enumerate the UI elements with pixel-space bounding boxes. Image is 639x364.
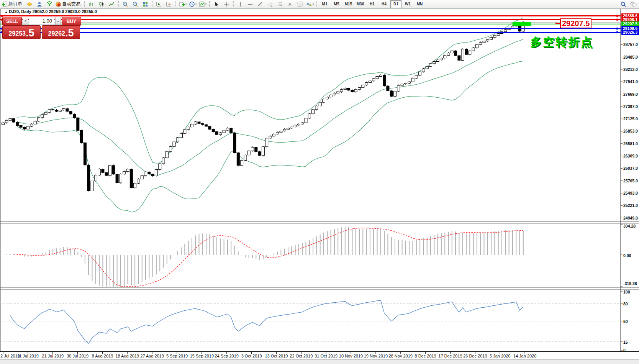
y-axis-label: 27397.0 xyxy=(623,104,638,109)
price-callout: 29207.5 xyxy=(555,18,591,28)
rsi-scale-label: 15 xyxy=(623,340,628,344)
x-axis-date-label: 5 Jan 2020 xyxy=(490,354,510,358)
x-axis-date-label: 19 Nov 2019 xyxy=(364,354,388,358)
y-axis-label: 25221.0 xyxy=(623,203,638,208)
status-strip xyxy=(0,359,639,364)
y-axis-label: 28485.0 xyxy=(623,55,638,59)
y-axis-label: 28213.0 xyxy=(623,67,638,72)
y-axis-label: 26309.0 xyxy=(623,154,638,158)
rsi-scale-label: 0 xyxy=(623,348,626,353)
x-axis-date-label: 8 Dec 2019 xyxy=(415,354,436,358)
chart-title-text: DJ30, Daily 29052.0 29259.0 29030.0 2925… xyxy=(9,9,97,14)
macd-scale-label: 304.28 xyxy=(623,224,636,228)
x-axis-date-label: 14 Jan 2020 xyxy=(513,354,537,358)
buy-price-dec: .5 xyxy=(65,28,74,38)
y-axis-label: 28757.0 xyxy=(623,42,638,47)
y-axis-label: 24949.0 xyxy=(623,216,638,220)
callout-arm-icon xyxy=(557,23,560,24)
x-axis-date-label: 21 Jul 2019 xyxy=(42,354,64,358)
price-line-label: 29026.3 xyxy=(621,30,639,35)
x-axis-date-label: 22 Oct 2019 xyxy=(290,354,313,358)
volume-input[interactable] xyxy=(29,17,54,25)
y-axis-label: 26853.0 xyxy=(623,129,638,133)
volume-increase-button[interactable]: ▲ xyxy=(55,17,61,25)
x-axis-date-label: 10 Nov 2019 xyxy=(339,354,363,358)
x-axis-date-label: 11 Jul 2019 xyxy=(17,354,39,358)
rsi-scale-label: 80 xyxy=(623,302,628,306)
one-click-trading-panel: SELL ▼ ▲ BUY 29253.5 29262.5 xyxy=(2,17,81,39)
sell-price-dec: .5 xyxy=(26,28,34,38)
turning-point-annotation: 多空转折点 xyxy=(530,34,593,50)
y-axis-label: 25493.0 xyxy=(623,191,638,195)
x-axis-date-label: 3 Oct 2019 xyxy=(241,354,262,358)
buy-price-int: 29262 xyxy=(48,31,65,37)
x-axis-date-label: 27 Aug 2019 xyxy=(140,354,164,358)
rsi-scale-label: 100 xyxy=(623,290,630,294)
x-axis-date-label: 18 Aug 2019 xyxy=(115,354,139,358)
x-axis-date-label: 15 Sep 2019 xyxy=(190,354,214,358)
price-callout-label: 29207.5 xyxy=(560,18,591,28)
y-axis-label: 27941.0 xyxy=(623,79,638,84)
x-axis-date-label: 8 Aug 2019 xyxy=(92,354,113,358)
macd-scale-label: -319.38 xyxy=(623,281,637,286)
x-axis-date-label: 31 Oct 2019 xyxy=(315,354,338,358)
buy-button[interactable]: BUY xyxy=(62,17,81,26)
x-axis-date-label: 26 Dec 2019 xyxy=(463,354,487,358)
price-chart-canvas[interactable] xyxy=(0,0,639,364)
buy-price-display[interactable]: 29262.5 xyxy=(42,25,80,39)
x-axis-date-label: 5 Sep 2019 xyxy=(166,354,188,358)
x-axis-date-label: 17 Dec 2019 xyxy=(438,354,462,358)
sell-price-display[interactable]: 29253.5 xyxy=(2,25,41,39)
chart-title: ▲DJ30, Daily 29052.0 29259.0 29030.0 292… xyxy=(5,9,97,14)
x-axis-date-label: 13 Oct 2019 xyxy=(265,354,288,358)
symbol-marker-icon: ▲ xyxy=(5,10,8,14)
y-axis-label: 27669.0 xyxy=(623,92,638,97)
y-axis-label: 26581.0 xyxy=(623,141,638,146)
x-axis-date-label: 28 Nov 2019 xyxy=(389,354,413,358)
macd-scale-label: 0.00 xyxy=(623,253,631,258)
caret-down-icon: ▼ xyxy=(24,20,27,22)
y-axis-label: 26037.0 xyxy=(623,166,638,171)
y-axis-label: 25765.0 xyxy=(623,179,638,183)
y-axis-label: 27125.0 xyxy=(623,116,638,121)
caret-up-icon: ▲ xyxy=(57,20,59,22)
x-axis-date-label: 30 Jul 2019 xyxy=(67,354,88,358)
x-axis-date-label: 24 Sep 2019 xyxy=(215,354,239,358)
sell-price-int: 29253 xyxy=(8,31,26,37)
rsi-scale-label: 50 xyxy=(623,319,628,324)
sell-button[interactable]: SELL xyxy=(2,17,22,26)
volume-decrease-button[interactable]: ▼ xyxy=(23,17,28,25)
